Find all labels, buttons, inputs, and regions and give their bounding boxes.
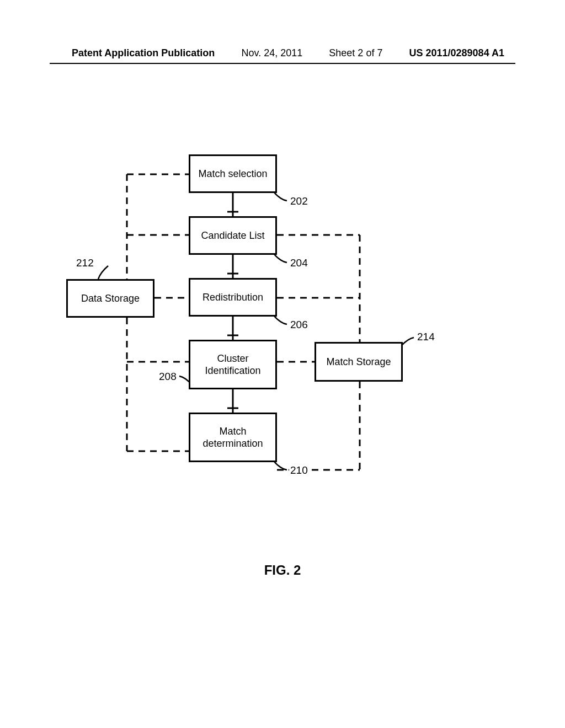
sheet-number: Sheet 2 of 7 — [329, 47, 382, 59]
box-redistribution: Redistribution — [189, 278, 277, 317]
ref-208: 208 — [158, 371, 178, 383]
publication-number: US 2011/0289084 A1 — [409, 47, 504, 59]
header-rule — [50, 63, 515, 64]
box-match-selection: Match selection — [189, 154, 277, 193]
ref-202: 202 — [289, 195, 309, 207]
ref-210: 210 — [289, 464, 309, 477]
box-candidate-list: Candidate List — [189, 216, 277, 255]
figure-caption: FIG. 2 — [0, 563, 565, 578]
box-match-storage: Match Storage — [315, 342, 403, 382]
ref-212: 212 — [75, 257, 95, 269]
ref-206: 206 — [289, 319, 309, 331]
box-match-determination: Match determination — [189, 413, 277, 462]
figure-diagram: Match selection Candidate List Redistrib… — [66, 154, 499, 552]
connector-lines — [66, 154, 499, 552]
publication-date: Nov. 24, 2011 — [241, 47, 302, 59]
page-header: Patent Application Publication Nov. 24, … — [0, 47, 565, 59]
ref-214: 214 — [416, 331, 436, 343]
ref-204: 204 — [289, 257, 309, 269]
publication-type: Patent Application Publication — [72, 47, 215, 59]
box-data-storage: Data Storage — [66, 279, 154, 318]
box-cluster-identification: Cluster Identification — [189, 340, 277, 389]
